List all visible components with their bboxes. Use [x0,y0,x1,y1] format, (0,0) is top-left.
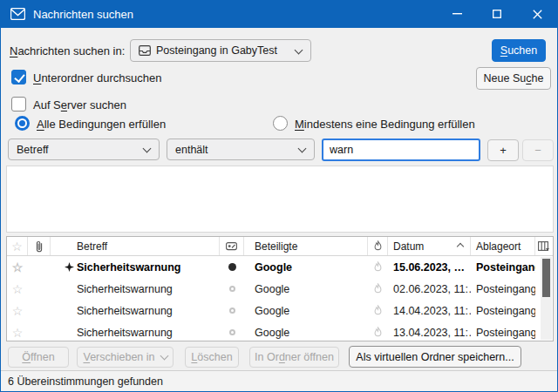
column-header-date[interactable]: Datum [388,237,471,255]
junk-flame-icon[interactable] [373,283,383,294]
table-row[interactable]: ☆ Sicherheitswarnung Google 13.04.2023, … [7,321,553,341]
status-text: 6 Übereinstimmungen gefunden [8,375,163,388]
maximize-button[interactable] [477,0,517,28]
sort-ascending-icon [457,243,464,250]
attribute-select[interactable]: Betreff [8,139,160,160]
column-header-location[interactable]: Ablageort [471,237,535,255]
date-text: 13.04.2023, 11:… [388,327,471,339]
minimize-icon [453,13,462,15]
correspondent-text: Google [244,327,368,339]
read-status-icon[interactable] [229,308,235,314]
subject-text: Sicherheitswarnung [77,305,173,317]
date-text: 14.04.2023, 11:… [388,305,471,317]
date-text: 02.06.2023, 11:… [388,283,471,295]
maximize-icon [493,10,501,18]
column-picker-icon [538,241,550,252]
date-text: 15.06.2023, … [388,261,471,274]
star-icon[interactable]: ☆ [12,261,24,274]
table-row[interactable]: ☆ Sicherheitswarnung Google 15.06.2023, … [7,256,553,278]
move-to-button[interactable]: Verschieben in [77,347,174,368]
search-terms-panel [6,166,554,233]
attribute-select-value: Betreff [17,144,49,156]
match-any-label: Mindestens eine Bedingung erfüllen [295,118,475,131]
subject-text: Sicherheitswarnung [77,261,180,274]
read-column-icon [226,241,237,251]
status-bar: 6 Übereinstimmungen gefunden [1,370,557,391]
on-server-label: Auf Server suchen [33,98,126,112]
chevron-down-icon [160,352,168,361]
subject-text: Sicherheitswarnung [77,283,173,295]
read-status-icon[interactable] [229,329,235,335]
location-text: Posteingang [471,283,535,295]
match-all-label: Alle Bedingungen erfüllen [37,118,166,131]
column-picker-button[interactable] [535,237,553,255]
inbox-icon [139,45,151,56]
junk-flame-icon[interactable] [373,327,383,338]
column-header-subject[interactable]: Betreff [51,237,220,255]
read-status-icon[interactable] [229,286,235,292]
search-term-input[interactable] [322,139,480,161]
chevron-down-icon [298,145,307,153]
chevron-down-icon [295,46,303,55]
results-table-header: ☆ Betreff Beteiligte Datum [7,237,553,256]
scrollbar-thumb[interactable] [542,259,550,297]
app-icon [10,8,25,20]
remove-condition-button[interactable]: − [522,139,554,161]
location-text: Posteingang [471,305,535,317]
star-icon[interactable]: ☆ [12,327,24,339]
close-button[interactable] [517,0,557,28]
correspondent-text: Google [244,283,368,295]
table-row[interactable]: ☆ Sicherheitswarnung Google 14.04.2023, … [7,300,553,321]
open-in-folder-button[interactable]: In Ordner öffnen [249,347,339,368]
results-table: ☆ Betreff Beteiligte Datum [6,236,554,341]
operator-select[interactable]: enthält [167,139,315,160]
close-icon [533,10,542,19]
chevron-down-icon [143,145,152,153]
star-icon[interactable]: ☆ [12,305,24,317]
vertical-scrollbar[interactable] [541,257,552,340]
unread-marker-icon [65,262,77,272]
search-button[interactable]: Suchen [492,39,546,62]
correspondent-text: Google [244,261,368,274]
read-status-icon[interactable] [228,263,236,271]
location-text: Posteingang [471,327,535,339]
subfolders-checkbox[interactable] [11,70,26,84]
correspondent-text: Google [244,305,368,317]
folder-select[interactable]: Posteingang in GabyTest [130,39,311,62]
column-header-junk[interactable] [368,237,388,255]
subject-text: Sicherheitswarnung [77,327,173,339]
on-server-checkbox[interactable] [11,97,26,112]
add-condition-button[interactable]: + [487,139,519,161]
subfolders-label: Unterordner durchsuchen [33,71,161,84]
column-header-starred[interactable]: ☆ [7,237,28,255]
match-any-radio[interactable] [273,116,288,131]
window-title: Nachrichten suchen [33,8,133,21]
search-messages-dialog: Nachrichten suchen Nachrichten suchen in… [0,0,558,392]
delete-button[interactable]: Löschen [185,347,239,368]
column-header-read[interactable] [220,237,244,255]
column-header-correspondents[interactable]: Beteiligte [244,237,368,255]
minimize-button[interactable] [437,0,477,28]
save-virtual-folder-button[interactable]: Als virtuellen Ordner speichern... [349,346,521,368]
star-icon: ☆ [11,240,23,253]
star-icon[interactable]: ☆ [12,283,24,295]
operator-select-value: enthält [175,144,208,156]
table-row[interactable]: ☆ Sicherheitswarnung Google 02.06.2023, … [7,278,553,300]
column-header-attachment[interactable] [28,237,51,255]
search-in-label: Nachrichten suchen in: [10,44,125,57]
folder-select-value: Posteingang in GabyTest [156,44,277,57]
new-search-button[interactable]: Neue Suche [476,67,551,90]
open-button[interactable]: Öffnen [8,347,69,368]
junk-flame-icon [373,240,383,252]
junk-flame-icon[interactable] [373,305,383,316]
junk-flame-icon[interactable] [373,261,383,273]
location-text: Posteingang [471,261,535,274]
match-all-radio[interactable] [15,116,30,131]
paperclip-icon [35,240,44,253]
titlebar[interactable]: Nachrichten suchen [1,0,557,28]
